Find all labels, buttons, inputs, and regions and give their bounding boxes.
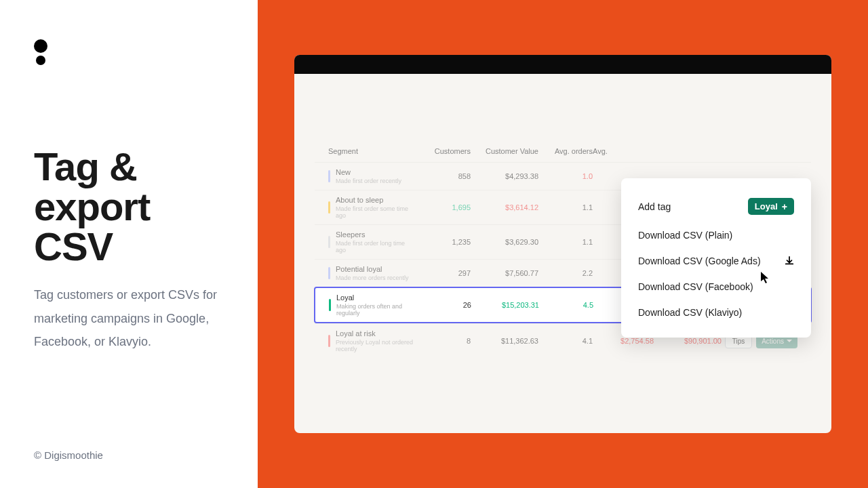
dropdown-item-download[interactable]: Download CSV (Facebook): [621, 274, 811, 300]
cell-customers: 1,695: [416, 203, 471, 211]
add-tag-label: Add tag: [638, 201, 671, 212]
tag-pill[interactable]: Loyal +: [748, 198, 794, 215]
cell-orders: 4.1: [538, 337, 593, 345]
segment-name: Sleepers: [336, 230, 416, 239]
cell-value: $7,560.77: [471, 269, 538, 277]
segment-color-bar: [328, 170, 330, 182]
dropdown-item-label: Download CSV (Google Ads): [638, 256, 761, 266]
segment-desc: Making orders often and regularly: [336, 303, 417, 317]
cursor-icon: [761, 272, 770, 284]
logo-dot-top: [34, 39, 47, 53]
cell-total: $90,901.00: [654, 337, 722, 345]
dropdown-item-label: Download CSV (Plain): [638, 230, 732, 241]
segment-color-bar: [328, 267, 330, 279]
left-promo-panel: Tag & export CSV Tag customers or export…: [0, 0, 258, 488]
segment-name: About to sleep: [336, 196, 416, 204]
logo: [34, 39, 224, 65]
right-panel: Segment Customers Customer Value Avg. or…: [258, 0, 868, 488]
dropdown-item-label: Download CSV (Klaviyo): [638, 307, 742, 318]
segment-desc: Made first order long time ago: [336, 240, 416, 253]
cell-customers: 8: [416, 337, 471, 345]
segment-name: Loyal: [336, 293, 417, 302]
segment-desc: Previously Loyal not ordered recently: [336, 339, 416, 352]
cell-customers: 858: [416, 172, 471, 180]
segment-color-bar: [329, 299, 331, 311]
segment-info: Sleepers Made first order long time ago: [336, 230, 416, 253]
cell-orders: 1.1: [538, 203, 593, 211]
col-header-orders: Avg. orders: [538, 147, 593, 155]
dropdown-item-download[interactable]: Download CSV (Google Ads): [621, 248, 811, 274]
cell-value: $3,614.12: [471, 203, 538, 211]
col-header-value: Customer Value: [471, 147, 538, 155]
segment-name: Loyal at risk: [336, 329, 416, 338]
segment-color-bar: [328, 201, 330, 214]
dropdown-item-download[interactable]: Download CSV (Plain): [621, 222, 811, 248]
segment-info: New Made first order recently: [336, 168, 416, 184]
cell-value: $15,203.31: [471, 301, 539, 309]
plus-icon: +: [782, 202, 787, 211]
segment-info: About to sleep Made first order some tim…: [336, 196, 416, 219]
app-titlebar: [294, 55, 831, 74]
logo-dot-bottom: [36, 56, 45, 65]
cell-value: $11,362.63: [471, 337, 538, 345]
col-header-segment: Segment: [328, 147, 416, 155]
page-subtitle: Tag customers or export CSVs for marketi…: [34, 283, 224, 353]
cell-customers: 297: [416, 269, 471, 277]
cell-customers: 26: [417, 301, 471, 309]
chevron-down-icon: [787, 340, 792, 342]
cell-aov: $2,754.58: [593, 337, 654, 345]
segment-desc: Made more orders recently: [336, 274, 416, 281]
segment-color-bar: [328, 236, 330, 248]
page-title: Tag & export CSV: [34, 146, 224, 266]
segment-desc: Made first order some time ago: [336, 205, 416, 219]
segment-info: Potential loyal Made more orders recentl…: [336, 265, 416, 281]
table-header-row: Segment Customers Customer Value Avg. or…: [315, 140, 811, 162]
tag-pill-label: Loyal: [755, 201, 778, 211]
cell-orders: 2.2: [538, 269, 593, 277]
cell-customers: 1,235: [416, 238, 471, 246]
segment-info: Loyal at risk Previously Loyal not order…: [336, 329, 416, 352]
cell-orders: 4.5: [539, 301, 593, 309]
app-screenshot-frame: Segment Customers Customer Value Avg. or…: [294, 55, 831, 433]
actions-dropdown: Add tag Loyal + Download CSV (Plain)Down…: [621, 178, 811, 338]
cell-value: $4,293.38: [471, 172, 538, 180]
dropdown-item-add-tag[interactable]: Add tag Loyal +: [621, 190, 811, 222]
segment-desc: Made first order recently: [336, 178, 416, 184]
segment-color-bar: [328, 335, 330, 347]
copyright: © Digismoothie: [34, 449, 103, 461]
segment-name: New: [336, 168, 416, 176]
segment-info: Loyal Making orders often and regularly: [336, 293, 417, 317]
cell-orders: 1.1: [538, 238, 593, 246]
cell-value: $3,629.30: [471, 238, 538, 246]
segment-name: Potential loyal: [336, 265, 416, 273]
download-icon: [785, 256, 794, 266]
col-header-aov: Avg.: [593, 147, 620, 155]
dropdown-item-download[interactable]: Download CSV (Klaviyo): [621, 300, 811, 325]
col-header-customers: Customers: [416, 147, 471, 155]
dropdown-item-label: Download CSV (Facebook): [638, 281, 753, 292]
cell-orders: 1.0: [538, 172, 593, 180]
